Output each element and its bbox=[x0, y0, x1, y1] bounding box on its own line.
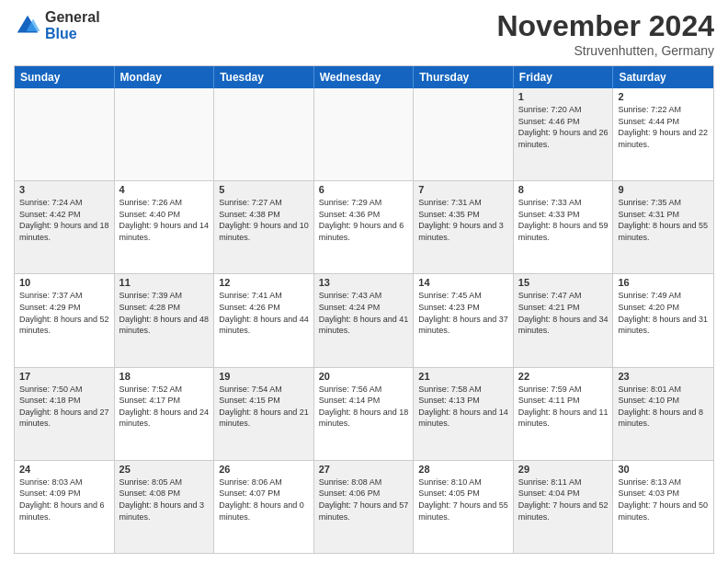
calendar-cell: 20Sunrise: 7:56 AM Sunset: 4:14 PM Dayli… bbox=[314, 368, 415, 460]
cell-info: Sunrise: 7:56 AM Sunset: 4:14 PM Dayligh… bbox=[319, 384, 409, 430]
calendar-header: SundayMondayTuesdayWednesdayThursdayFrid… bbox=[15, 66, 713, 88]
day-number: 6 bbox=[319, 184, 409, 195]
cell-info: Sunrise: 7:54 AM Sunset: 4:15 PM Dayligh… bbox=[219, 384, 309, 430]
calendar-week-0: 1Sunrise: 7:20 AM Sunset: 4:46 PM Daylig… bbox=[15, 88, 713, 181]
calendar-week-3: 17Sunrise: 7:50 AM Sunset: 4:18 PM Dayli… bbox=[15, 368, 713, 461]
calendar-cell: 3Sunrise: 7:24 AM Sunset: 4:42 PM Daylig… bbox=[15, 181, 115, 273]
calendar-week-2: 10Sunrise: 7:37 AM Sunset: 4:29 PM Dayli… bbox=[15, 274, 713, 367]
calendar-cell: 8Sunrise: 7:33 AM Sunset: 4:33 PM Daylig… bbox=[514, 181, 614, 273]
calendar-cell: 21Sunrise: 7:58 AM Sunset: 4:13 PM Dayli… bbox=[414, 368, 514, 460]
day-number: 24 bbox=[19, 464, 109, 475]
calendar-cell: 6Sunrise: 7:29 AM Sunset: 4:36 PM Daylig… bbox=[314, 181, 415, 273]
cell-info: Sunrise: 7:37 AM Sunset: 4:29 PM Dayligh… bbox=[19, 290, 109, 336]
day-number: 17 bbox=[19, 371, 109, 382]
calendar-cell: 10Sunrise: 7:37 AM Sunset: 4:29 PM Dayli… bbox=[15, 274, 115, 366]
header-day-saturday: Saturday bbox=[613, 66, 713, 88]
calendar-cell: 15Sunrise: 7:47 AM Sunset: 4:21 PM Dayli… bbox=[514, 274, 614, 366]
page: General Blue November 2024 Struvenhutten… bbox=[0, 0, 728, 563]
calendar-cell: 4Sunrise: 7:26 AM Sunset: 4:40 PM Daylig… bbox=[115, 181, 215, 273]
calendar-cell: 7Sunrise: 7:31 AM Sunset: 4:35 PM Daylig… bbox=[414, 181, 514, 273]
day-number: 21 bbox=[418, 371, 508, 382]
day-number: 3 bbox=[19, 184, 109, 195]
day-number: 16 bbox=[618, 277, 709, 288]
day-number: 11 bbox=[119, 277, 210, 288]
calendar: SundayMondayTuesdayWednesdayThursdayFrid… bbox=[14, 65, 714, 554]
cell-info: Sunrise: 7:26 AM Sunset: 4:40 PM Dayligh… bbox=[119, 197, 210, 243]
cell-info: Sunrise: 7:22 AM Sunset: 4:44 PM Dayligh… bbox=[618, 104, 709, 150]
calendar-cell: 2Sunrise: 7:22 AM Sunset: 4:44 PM Daylig… bbox=[613, 88, 713, 180]
calendar-cell: 27Sunrise: 8:08 AM Sunset: 4:06 PM Dayli… bbox=[314, 461, 415, 553]
cell-info: Sunrise: 8:11 AM Sunset: 4:04 PM Dayligh… bbox=[518, 477, 609, 523]
calendar-cell bbox=[15, 88, 115, 180]
cell-info: Sunrise: 7:20 AM Sunset: 4:46 PM Dayligh… bbox=[518, 104, 609, 150]
calendar-week-4: 24Sunrise: 8:03 AM Sunset: 4:09 PM Dayli… bbox=[15, 461, 713, 553]
day-number: 8 bbox=[518, 184, 609, 195]
calendar-cell: 16Sunrise: 7:49 AM Sunset: 4:20 PM Dayli… bbox=[613, 274, 713, 366]
cell-info: Sunrise: 7:47 AM Sunset: 4:21 PM Dayligh… bbox=[518, 290, 609, 336]
header-day-tuesday: Tuesday bbox=[214, 66, 314, 88]
calendar-cell: 14Sunrise: 7:45 AM Sunset: 4:23 PM Dayli… bbox=[414, 274, 514, 366]
calendar-cell: 13Sunrise: 7:43 AM Sunset: 4:24 PM Dayli… bbox=[314, 274, 415, 366]
day-number: 20 bbox=[319, 371, 409, 382]
cell-info: Sunrise: 8:10 AM Sunset: 4:05 PM Dayligh… bbox=[418, 477, 508, 523]
day-number: 28 bbox=[418, 464, 508, 475]
cell-info: Sunrise: 8:01 AM Sunset: 4:10 PM Dayligh… bbox=[618, 384, 709, 430]
cell-info: Sunrise: 7:27 AM Sunset: 4:38 PM Dayligh… bbox=[219, 197, 309, 243]
day-number: 2 bbox=[618, 91, 709, 102]
cell-info: Sunrise: 7:33 AM Sunset: 4:33 PM Dayligh… bbox=[518, 197, 609, 243]
header-day-wednesday: Wednesday bbox=[314, 66, 415, 88]
month-title: November 2024 bbox=[496, 9, 714, 43]
day-number: 10 bbox=[19, 277, 109, 288]
calendar-cell: 28Sunrise: 8:10 AM Sunset: 4:05 PM Dayli… bbox=[414, 461, 514, 553]
cell-info: Sunrise: 7:58 AM Sunset: 4:13 PM Dayligh… bbox=[418, 384, 508, 430]
calendar-cell: 12Sunrise: 7:41 AM Sunset: 4:26 PM Dayli… bbox=[214, 274, 314, 366]
day-number: 1 bbox=[518, 91, 609, 102]
day-number: 7 bbox=[418, 184, 508, 195]
day-number: 27 bbox=[319, 464, 409, 475]
day-number: 22 bbox=[518, 371, 609, 382]
cell-info: Sunrise: 8:03 AM Sunset: 4:09 PM Dayligh… bbox=[19, 477, 109, 523]
day-number: 19 bbox=[219, 371, 309, 382]
calendar-cell: 30Sunrise: 8:13 AM Sunset: 4:03 PM Dayli… bbox=[613, 461, 713, 553]
calendar-week-1: 3Sunrise: 7:24 AM Sunset: 4:42 PM Daylig… bbox=[15, 181, 713, 274]
calendar-cell: 22Sunrise: 7:59 AM Sunset: 4:11 PM Dayli… bbox=[514, 368, 614, 460]
day-number: 23 bbox=[618, 371, 709, 382]
calendar-cell bbox=[214, 88, 314, 180]
logo-text: General Blue bbox=[45, 9, 100, 41]
cell-info: Sunrise: 8:13 AM Sunset: 4:03 PM Dayligh… bbox=[618, 477, 709, 523]
header-day-thursday: Thursday bbox=[414, 66, 514, 88]
day-number: 26 bbox=[219, 464, 309, 475]
cell-info: Sunrise: 7:59 AM Sunset: 4:11 PM Dayligh… bbox=[518, 384, 609, 430]
location: Struvenhutten, Germany bbox=[496, 43, 714, 58]
day-number: 9 bbox=[618, 184, 709, 195]
calendar-cell: 25Sunrise: 8:05 AM Sunset: 4:08 PM Dayli… bbox=[115, 461, 215, 553]
logo-general: General bbox=[45, 9, 100, 26]
cell-info: Sunrise: 8:08 AM Sunset: 4:06 PM Dayligh… bbox=[319, 477, 409, 523]
calendar-cell bbox=[314, 88, 415, 180]
cell-info: Sunrise: 7:41 AM Sunset: 4:26 PM Dayligh… bbox=[219, 290, 309, 336]
day-number: 15 bbox=[518, 277, 609, 288]
header-day-friday: Friday bbox=[514, 66, 614, 88]
calendar-body: 1Sunrise: 7:20 AM Sunset: 4:46 PM Daylig… bbox=[15, 88, 713, 553]
day-number: 14 bbox=[418, 277, 508, 288]
logo-icon bbox=[14, 12, 41, 40]
day-number: 5 bbox=[219, 184, 309, 195]
calendar-cell: 17Sunrise: 7:50 AM Sunset: 4:18 PM Dayli… bbox=[15, 368, 115, 460]
calendar-cell: 1Sunrise: 7:20 AM Sunset: 4:46 PM Daylig… bbox=[514, 88, 614, 180]
calendar-cell: 11Sunrise: 7:39 AM Sunset: 4:28 PM Dayli… bbox=[115, 274, 215, 366]
calendar-cell bbox=[414, 88, 514, 180]
cell-info: Sunrise: 7:50 AM Sunset: 4:18 PM Dayligh… bbox=[19, 384, 109, 430]
day-number: 4 bbox=[119, 184, 210, 195]
logo: General Blue bbox=[14, 9, 100, 41]
header-day-monday: Monday bbox=[115, 66, 215, 88]
day-number: 29 bbox=[518, 464, 609, 475]
cell-info: Sunrise: 7:45 AM Sunset: 4:23 PM Dayligh… bbox=[418, 290, 508, 336]
day-number: 30 bbox=[618, 464, 709, 475]
cell-info: Sunrise: 7:24 AM Sunset: 4:42 PM Dayligh… bbox=[19, 197, 109, 243]
logo-blue: Blue bbox=[45, 26, 100, 42]
calendar-cell: 29Sunrise: 8:11 AM Sunset: 4:04 PM Dayli… bbox=[514, 461, 614, 553]
calendar-cell: 19Sunrise: 7:54 AM Sunset: 4:15 PM Dayli… bbox=[214, 368, 314, 460]
calendar-cell bbox=[115, 88, 215, 180]
day-number: 13 bbox=[319, 277, 409, 288]
cell-info: Sunrise: 7:52 AM Sunset: 4:17 PM Dayligh… bbox=[119, 384, 210, 430]
